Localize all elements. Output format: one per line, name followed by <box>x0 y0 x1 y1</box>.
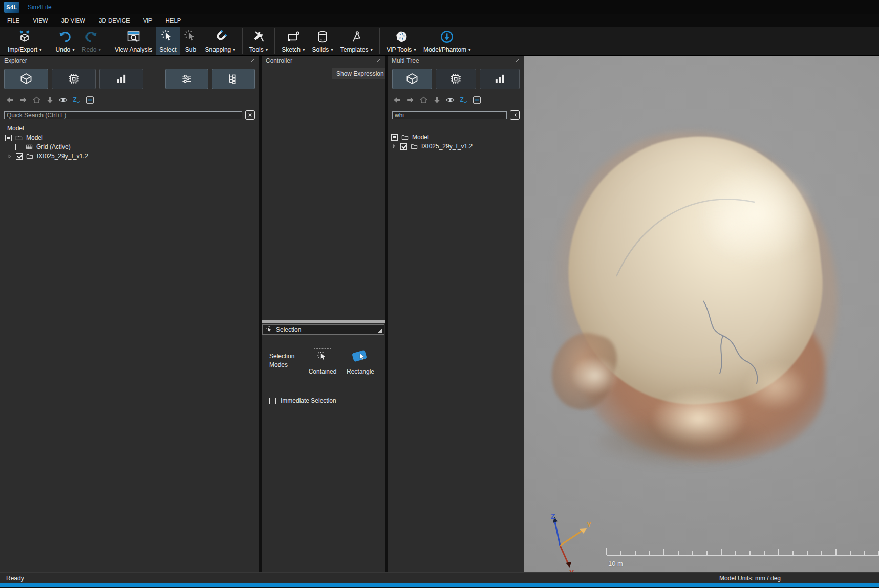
tree-section-label: Model <box>7 125 259 132</box>
multi-tree-title: Multi-Tree <box>392 57 419 64</box>
view-analysis-button[interactable]: View Analysis <box>111 27 156 55</box>
select-button[interactable]: Select <box>156 27 180 55</box>
separator <box>379 28 380 54</box>
snapping-button[interactable]: Snapping▾ <box>202 27 239 55</box>
menu-help[interactable]: HELP <box>165 17 181 24</box>
home-icon[interactable] <box>419 95 428 105</box>
head-model-veins <box>693 296 780 393</box>
model-phantom-button[interactable]: Model/Phantom▾ <box>420 27 475 55</box>
selection-section-header[interactable]: Selection <box>262 324 384 335</box>
checkbox[interactable] <box>15 144 22 150</box>
down-arrow-icon[interactable] <box>432 95 442 105</box>
explorer-navrow <box>5 95 259 105</box>
chevron-down-icon[interactable]: ▾ <box>233 47 235 52</box>
clear-search-button[interactable] <box>510 110 520 120</box>
chevron-down-icon[interactable]: ▾ <box>331 47 333 52</box>
horizontal-splitter[interactable] <box>262 320 385 323</box>
checkbox[interactable] <box>5 135 12 141</box>
tree-row-model[interactable]: Model <box>388 133 524 142</box>
filter-input[interactable] <box>392 111 507 119</box>
sketch-button[interactable]: Sketch▾ <box>278 27 308 55</box>
magnet-icon <box>213 29 227 45</box>
menu-vip[interactable]: ViP <box>143 17 153 24</box>
collapse-corner-icon[interactable] <box>377 328 382 333</box>
clear-search-button[interactable] <box>245 110 255 120</box>
head-model-bone-highlight <box>651 390 746 447</box>
visibility-eye-icon[interactable] <box>58 95 68 105</box>
back-arrow-icon[interactable] <box>392 95 402 105</box>
checkbox[interactable] <box>16 153 23 160</box>
close-icon[interactable] <box>375 58 381 64</box>
solids-button[interactable]: Solids▾ <box>309 27 337 55</box>
collapse-all-icon[interactable] <box>472 95 482 105</box>
tab-analysis-view[interactable] <box>99 69 143 89</box>
tab-hierarchy-view[interactable] <box>212 69 255 89</box>
select-cursor-icon <box>161 29 175 45</box>
pointer-icon <box>356 352 367 362</box>
zoom-to-icon[interactable] <box>459 95 468 105</box>
rectangle-select-icon <box>351 349 370 364</box>
chevron-down-icon[interactable]: ▾ <box>414 47 416 52</box>
imp-export-button[interactable]: Imp/Export▾ <box>4 27 46 55</box>
chevron-down-icon[interactable]: ▾ <box>370 47 373 52</box>
tab-model-view[interactable] <box>392 69 432 89</box>
collapse-all-icon[interactable] <box>85 95 95 105</box>
tree-row-model-file[interactable]: IXI025_29y_f_v1.2 <box>0 151 259 161</box>
axis-x-label: X <box>569 569 574 572</box>
grid-icon <box>25 143 33 151</box>
tools-button[interactable]: Tools▾ <box>246 27 272 55</box>
tree-row-grid[interactable]: Grid (Active) <box>0 142 259 151</box>
menu-3d-device[interactable]: 3D DEVICE <box>99 17 130 24</box>
multi-tree-panel: Multi-Tree <box>388 56 524 572</box>
tab-model-view[interactable] <box>4 69 48 89</box>
home-icon[interactable] <box>32 95 41 105</box>
3d-viewport[interactable]: Z Y X 10 m <box>524 56 879 572</box>
contained-mode-button[interactable]: Contained <box>306 349 339 375</box>
folder-icon <box>410 142 418 150</box>
show-expression-button[interactable]: Show Expression <box>332 68 385 79</box>
rectangle-mode-button[interactable]: Rectangle <box>344 349 377 375</box>
immediate-selection-checkbox[interactable] <box>269 398 276 404</box>
templates-button[interactable]: Templates▾ <box>337 27 376 55</box>
undo-button[interactable]: Undo▾ <box>52 27 78 55</box>
tab-simulation-view[interactable] <box>52 69 96 89</box>
zoom-to-icon[interactable] <box>72 95 81 105</box>
package-icon <box>17 29 32 45</box>
tab-properties-view[interactable] <box>165 69 208 89</box>
menu-3d-view[interactable]: 3D VIEW <box>61 17 85 24</box>
back-arrow-icon[interactable] <box>5 95 15 105</box>
redo-button[interactable]: Redo▾ <box>78 27 104 55</box>
cylinder-icon <box>315 29 330 45</box>
hierarchy-icon <box>227 72 240 85</box>
sub-select-button[interactable]: Sub <box>180 27 202 55</box>
explorer-search-row <box>4 110 255 120</box>
menu-file[interactable]: FILE <box>7 17 19 24</box>
expander-icon[interactable] <box>7 153 13 159</box>
chevron-down-icon[interactable]: ▾ <box>98 47 101 52</box>
vip-tools-button[interactable]: ViP Tools▾ <box>383 27 420 55</box>
main-area: Explorer <box>0 56 879 572</box>
folder-icon <box>26 152 34 160</box>
controller-panel: Controller Show Expression Selection Sel… <box>262 56 385 572</box>
quick-search-input[interactable] <box>4 111 242 119</box>
close-icon[interactable] <box>249 58 255 64</box>
forward-arrow-icon[interactable] <box>405 95 415 105</box>
expander-icon[interactable] <box>391 143 397 149</box>
chevron-down-icon[interactable]: ▾ <box>303 47 305 52</box>
chevron-down-icon[interactable]: ▾ <box>266 47 268 52</box>
tab-analysis-view[interactable] <box>480 69 520 89</box>
menu-view[interactable]: VIEW <box>33 17 48 24</box>
down-arrow-icon[interactable] <box>45 95 55 105</box>
checkbox[interactable] <box>391 134 398 141</box>
tree-row-model[interactable]: Model <box>0 133 259 142</box>
checkbox[interactable] <box>400 143 407 150</box>
tree-row-model-file[interactable]: IXI025_29y_f_v1.2 <box>388 142 524 151</box>
tab-simulation-view[interactable] <box>436 69 476 89</box>
separator <box>108 28 108 54</box>
chevron-down-icon[interactable]: ▾ <box>72 47 75 52</box>
chevron-down-icon[interactable]: ▾ <box>39 47 42 52</box>
visibility-eye-icon[interactable] <box>445 95 455 105</box>
close-icon[interactable] <box>514 58 520 64</box>
chevron-down-icon[interactable]: ▾ <box>468 47 471 52</box>
forward-arrow-icon[interactable] <box>18 95 28 105</box>
